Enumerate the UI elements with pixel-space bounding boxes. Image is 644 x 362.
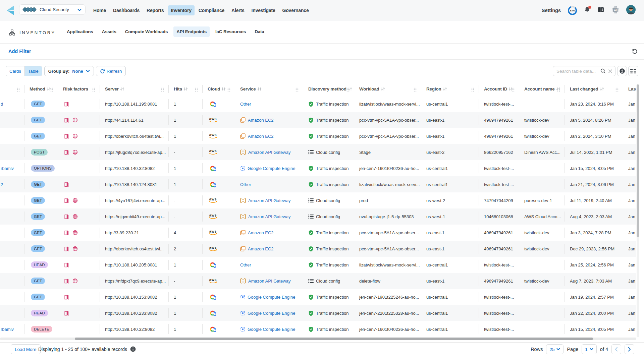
table-row[interactable]: 2GEThttp://10.188.140.124:80811OtherTraf… xyxy=(0,176,636,192)
tab-compute-workloads[interactable]: Compute Workloads xyxy=(122,26,171,37)
nav-item-inventory[interactable]: Inventory xyxy=(168,5,195,15)
table-row[interactable]: POSThttps://jfugd8q7xd.execute-ap...-aws… xyxy=(0,144,636,160)
service-link[interactable]: Amazon API Gateway xyxy=(248,214,290,219)
column-header-region[interactable]: Region xyxy=(421,83,479,95)
nav-item-alerts[interactable]: Alerts xyxy=(228,5,247,15)
service-link[interactable]: Google Compute Engine xyxy=(248,311,295,316)
service-link[interactable]: Amazon API Gateway xyxy=(248,279,290,284)
service-link[interactable]: Amazon EC2 xyxy=(248,134,274,139)
column-header-hits[interactable]: Hits xyxy=(168,83,202,95)
horizontal-scrollbar-thumb[interactable] xyxy=(75,338,593,340)
service-link[interactable]: Amazon EC2 xyxy=(248,118,274,123)
drag-handle-icon[interactable] xyxy=(512,87,515,93)
column-header-workload[interactable]: Workload xyxy=(354,83,421,95)
service-link[interactable]: Google Compute Engine xyxy=(248,166,295,171)
service-link[interactable]: Google Compute Engine xyxy=(248,327,295,332)
endpoint-name-link[interactable]: 2 xyxy=(1,182,3,187)
table-row[interactable]: rbamlvDELETEhttp://10.188.140.32:80821Go… xyxy=(0,321,636,337)
refresh-button[interactable]: Refresh xyxy=(96,66,126,76)
table-row[interactable]: GEThttp://3.89.230.214awsAmazon EC2Traff… xyxy=(0,225,636,241)
drag-handle-icon[interactable] xyxy=(346,87,350,93)
table-row[interactable]: HEADhttp://10.188.140.205:80811OtherTraf… xyxy=(0,257,636,273)
usage-progress-ring[interactable]: 83% xyxy=(568,6,577,15)
service-link[interactable]: Other xyxy=(240,102,251,107)
tab-applications[interactable]: Applications xyxy=(64,26,96,37)
service-link[interactable]: Other xyxy=(240,262,251,267)
nav-item-home[interactable]: Home xyxy=(90,5,109,15)
info-icon[interactable] xyxy=(130,346,136,352)
endpoint-name-link[interactable]: rbamlv xyxy=(1,327,14,332)
nav-item-dashboards[interactable]: Dashboards xyxy=(110,5,143,15)
column-header-account_name[interactable]: Account name xyxy=(519,83,565,95)
ai-assistant-icon[interactable]: AI xyxy=(611,6,619,15)
nav-item-reports[interactable]: Reports xyxy=(144,5,167,15)
nav-item-governance[interactable]: Governance xyxy=(279,5,312,15)
vertical-scrollbar[interactable] xyxy=(637,84,639,337)
service-link[interactable]: Google Compute Engine xyxy=(248,295,295,300)
settings-button[interactable]: Settings xyxy=(542,8,561,13)
sort-icon[interactable] xyxy=(257,87,262,91)
column-header-cloud[interactable]: Cloud xyxy=(202,83,235,95)
drag-handle-icon[interactable] xyxy=(50,87,53,93)
table-row[interactable]: GEThttps://4yo167j4vi.execute-ap...-awsA… xyxy=(0,192,636,208)
nav-item-investigate[interactable]: Investigate xyxy=(249,5,278,15)
column-header-server[interactable]: Server xyxy=(100,83,168,95)
horizontal-scrollbar[interactable] xyxy=(0,338,636,340)
service-link[interactable]: Amazon EC2 xyxy=(248,230,274,235)
drag-handle-icon[interactable] xyxy=(557,87,560,93)
table-row[interactable]: HEADhttp://10.188.140.233:80821Google Co… xyxy=(0,305,636,321)
sort-icon[interactable] xyxy=(221,87,226,91)
tab-data[interactable]: Data xyxy=(252,26,267,37)
service-link[interactable]: Amazon EC2 xyxy=(248,246,274,251)
previous-page-button[interactable] xyxy=(611,344,621,354)
column-header-account_id[interactable]: Account ID xyxy=(479,83,519,95)
notifications-bell-icon[interactable] xyxy=(584,6,590,14)
sort-icon[interactable] xyxy=(120,87,125,91)
page-select[interactable]: 1 xyxy=(582,344,597,354)
column-settings-button[interactable] xyxy=(628,66,638,76)
drag-handle-icon[interactable] xyxy=(161,87,164,93)
drag-handle-icon[interactable] xyxy=(92,87,95,93)
column-header-service[interactable]: Service xyxy=(235,83,303,95)
cards-view-button[interactable]: Cards xyxy=(6,66,24,76)
clear-search-icon[interactable] xyxy=(608,69,612,73)
sort-icon[interactable] xyxy=(183,87,188,91)
drag-handle-icon[interactable] xyxy=(615,87,619,93)
endpoint-name-link[interactable]: d xyxy=(1,102,3,107)
table-row[interactable]: GEThttp://oberkovitch.os4test.twi...2aws… xyxy=(0,241,636,257)
search-icon[interactable] xyxy=(600,68,606,74)
table-row[interactable]: GEThttps://nfdpxt7qc9.execute-ap...-awsA… xyxy=(0,273,636,289)
user-avatar[interactable] xyxy=(626,5,636,16)
service-link[interactable]: Amazon API Gateway xyxy=(248,198,290,203)
reset-filters-icon[interactable] xyxy=(632,49,638,56)
sort-icon[interactable] xyxy=(380,87,385,91)
rows-per-page-select[interactable]: 25 xyxy=(546,344,564,354)
table-view-button[interactable]: Table xyxy=(24,66,42,76)
table-row[interactable]: dGEThttp://10.188.141.195:80811OtherTraf… xyxy=(0,96,636,112)
service-link[interactable]: Amazon API Gateway xyxy=(248,150,290,155)
drag-handle-icon[interactable] xyxy=(227,87,230,93)
column-header-discovery[interactable]: Discovery method xyxy=(303,83,354,95)
column-header-method[interactable]: Method xyxy=(24,83,58,95)
column-header-last_changed[interactable]: Last changed xyxy=(565,83,623,95)
drag-handle-icon[interactable] xyxy=(471,87,474,93)
sort-icon[interactable] xyxy=(442,87,447,91)
tab-api-endpoints[interactable]: API Endpoints xyxy=(173,26,210,37)
product-switcher-dropdown[interactable]: Cloud Security xyxy=(19,4,86,15)
drag-handle-icon[interactable] xyxy=(17,87,20,93)
docs-book-icon[interactable] xyxy=(597,7,604,14)
sort-icon[interactable] xyxy=(599,87,604,91)
tab-assets[interactable]: Assets xyxy=(99,26,119,37)
prisma-cloud-logo-icon[interactable] xyxy=(6,5,15,17)
tab-iac-resources[interactable]: IaC Resources xyxy=(212,26,249,37)
drag-handle-icon[interactable] xyxy=(195,87,198,93)
table-row[interactable]: GEThttps://njqvmbii49.execute-ap...-awsA… xyxy=(0,208,636,225)
add-filter-button[interactable]: Add Filter xyxy=(8,49,31,54)
group-by-dropdown[interactable]: Group By:None xyxy=(44,66,94,76)
load-more-button[interactable]: Load More xyxy=(11,344,41,354)
drag-handle-icon[interactable] xyxy=(414,87,417,93)
table-row[interactable]: GEThttp://oberkovitch.os4test.twi...1aws… xyxy=(0,128,636,144)
search-input[interactable] xyxy=(556,69,600,74)
nav-item-compliance[interactable]: Compliance xyxy=(196,5,227,15)
service-link[interactable]: Other xyxy=(240,182,251,187)
